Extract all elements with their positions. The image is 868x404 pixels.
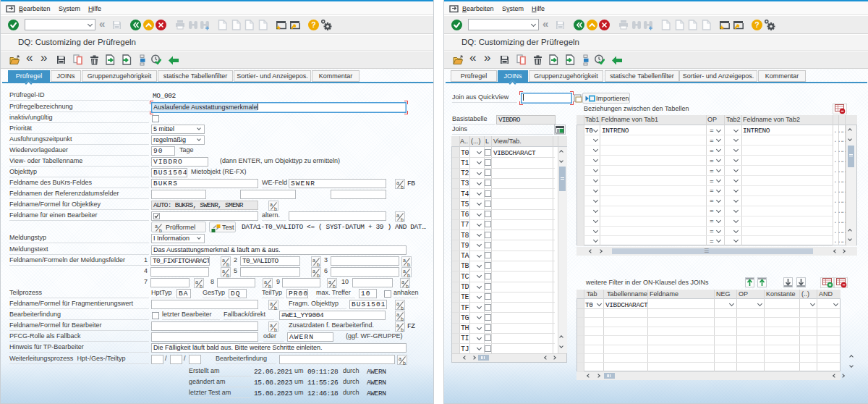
svg-text:b: b — [274, 306, 277, 311]
svg-text:b: b — [274, 206, 277, 211]
svg-text:?: ? — [311, 20, 315, 29]
svg-text:b: b — [268, 284, 271, 289]
svg-text:b: b — [401, 185, 404, 190]
svg-text:a: a — [396, 180, 399, 185]
svg-text:a: a — [401, 279, 404, 285]
svg-text:a: a — [155, 224, 158, 229]
svg-text:★: ★ — [719, 24, 725, 30]
svg-text:b: b — [401, 306, 404, 311]
svg-text:a: a — [328, 279, 331, 285]
svg-text:a: a — [403, 258, 406, 263]
svg-text:a: a — [312, 269, 315, 274]
svg-text:b: b — [407, 273, 410, 278]
svg-text:?: ? — [754, 20, 759, 29]
svg-text:a: a — [270, 323, 273, 328]
svg-text:b: b — [226, 262, 229, 267]
svg-text:b: b — [401, 327, 404, 332]
svg-text:a: a — [312, 258, 315, 263]
svg-text:b: b — [403, 361, 406, 366]
svg-text:a: a — [270, 301, 273, 306]
svg-text:a: a — [222, 258, 225, 263]
svg-text:a: a — [399, 356, 401, 361]
svg-text:b: b — [406, 284, 409, 289]
svg-text:b: b — [200, 284, 203, 289]
svg-text:b: b — [401, 316, 404, 321]
svg-text:a: a — [396, 301, 399, 306]
svg-text:b: b — [317, 262, 320, 267]
svg-text:a: a — [396, 312, 399, 317]
svg-text:a: a — [195, 279, 198, 285]
svg-text:b: b — [274, 327, 277, 332]
svg-text:a: a — [222, 269, 225, 274]
svg-text:a: a — [403, 269, 406, 274]
svg-text:b: b — [159, 228, 162, 233]
svg-text:b: b — [226, 273, 229, 278]
svg-text:a: a — [270, 202, 273, 207]
svg-text:a: a — [264, 279, 267, 285]
svg-text:a: a — [396, 213, 399, 218]
svg-text:a: a — [396, 323, 399, 328]
svg-text:★: ★ — [276, 24, 281, 30]
svg-text:b: b — [317, 273, 320, 278]
svg-text:b: b — [333, 284, 336, 289]
svg-text:b: b — [401, 217, 404, 222]
svg-text:b: b — [407, 262, 410, 267]
